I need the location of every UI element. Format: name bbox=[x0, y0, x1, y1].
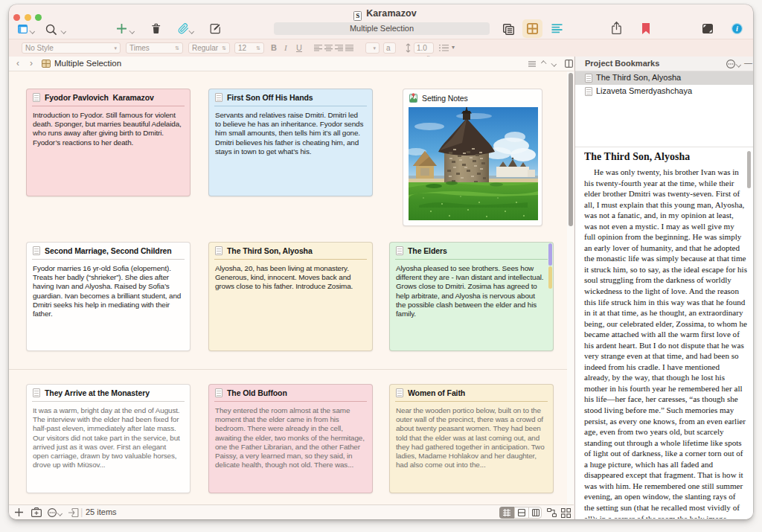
svg-text:i: i bbox=[736, 25, 738, 33]
